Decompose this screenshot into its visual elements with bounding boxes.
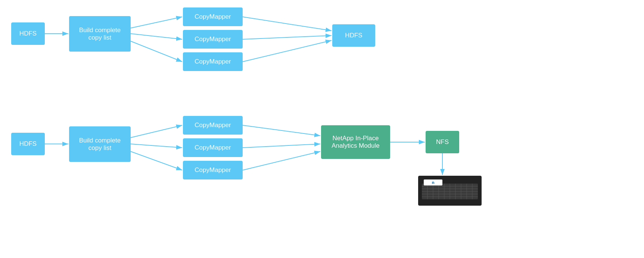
arrow-cm1-hdfs-top [243,17,332,31]
storage-brand-label: n [432,180,435,185]
arrow-build-cm2-bot [131,144,182,148]
copymapper-top-1: CopyMapper [183,7,243,26]
arrow-cm3-hdfs-top [243,40,332,62]
copymapper-top-3: CopyMapper [183,52,243,71]
arrow-build-cm2-top [131,34,182,39]
diagram-container: HDFS Build complete copy list CopyMapper… [0,0,644,258]
copymapper-bottom-3: CopyMapper [183,161,243,179]
storage-device: n [418,176,482,209]
storage-mesh [422,184,478,201]
copymapper-bottom-1: CopyMapper [183,116,243,135]
arrow-cm1-netapp [243,125,320,136]
copymapper-top-2: CopyMapper [183,30,243,49]
netapp-analytics-module: NetApp In-Place Analytics Module [321,125,390,159]
nfs-node: NFS [426,131,459,153]
arrow-build-cm3-bot [131,151,182,170]
arrow-cm2-hdfs-top [243,36,332,39]
arrow-build-cm1-top [131,17,182,28]
hdfs-bottom-source: HDFS [11,133,45,155]
arrow-cm2-netapp [243,144,320,148]
arrow-build-cm1-bot [131,125,182,138]
hdfs-top-source: HDFS [11,22,45,45]
copymapper-bottom-2: CopyMapper [183,138,243,157]
hdfs-top-destination: HDFS [332,24,375,47]
arrow-cm3-netapp [243,151,320,170]
arrow-build-cm3-top [131,41,182,62]
build-complete-copy-list-bottom: Build complete copy list [69,126,131,162]
build-complete-copy-list-top: Build complete copy list [69,16,131,52]
